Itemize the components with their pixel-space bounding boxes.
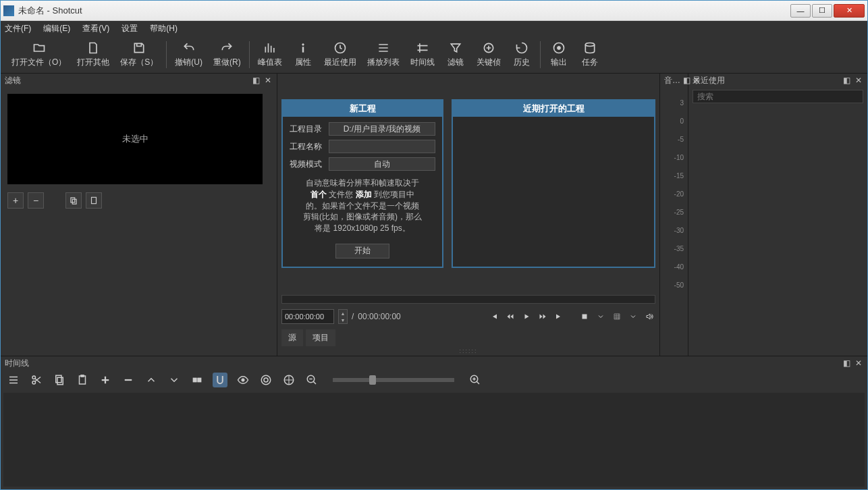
paste-filter-button[interactable] bbox=[86, 192, 102, 209]
play-button[interactable] bbox=[520, 310, 533, 323]
keyframes-button[interactable]: 关键侦 bbox=[471, 39, 506, 70]
ripple-all-button[interactable] bbox=[281, 373, 296, 387]
svg-rect-9 bbox=[582, 315, 587, 319]
window-title: 未命名 - Shotcut bbox=[18, 5, 789, 17]
add-filter-button[interactable]: + bbox=[7, 192, 24, 209]
open-file-button[interactable]: 打开文件（O） bbox=[6, 39, 72, 70]
chevron-down-icon[interactable] bbox=[595, 310, 607, 323]
scrub-button[interactable] bbox=[236, 373, 250, 387]
overwrite-button[interactable] bbox=[167, 373, 182, 387]
document-icon bbox=[86, 40, 101, 55]
menu-file[interactable]: 文件(F) bbox=[5, 23, 31, 34]
remove-button[interactable] bbox=[121, 373, 136, 387]
project-name-label: 工程名称 bbox=[290, 141, 329, 153]
filter-preview: 未选中 bbox=[7, 94, 263, 184]
copy-filter-button[interactable] bbox=[65, 192, 82, 209]
playlist-button[interactable]: 播放列表 bbox=[362, 39, 405, 70]
current-timecode[interactable]: 00:00:00:00 bbox=[281, 309, 334, 324]
video-mode-field[interactable]: 自动 bbox=[329, 157, 435, 171]
recent-panel-title: 最近使用 bbox=[693, 75, 839, 86]
redo-button[interactable]: 重做(R) bbox=[208, 39, 246, 70]
volume-button[interactable] bbox=[643, 310, 655, 323]
close-panel-icon[interactable]: ✕ bbox=[263, 76, 273, 85]
history-button[interactable]: 历史 bbox=[506, 39, 537, 70]
chevron-down-icon-2[interactable] bbox=[627, 310, 639, 323]
paste-button[interactable] bbox=[75, 373, 90, 387]
timeline-toolbar bbox=[1, 370, 867, 390]
filters-panel-title: 滤镜 bbox=[5, 75, 248, 86]
open-other-button[interactable]: 打开其他 bbox=[72, 39, 115, 70]
lift-button[interactable] bbox=[144, 373, 159, 387]
svg-rect-17 bbox=[198, 378, 201, 382]
recent-projects-card: 近期打开的工程 bbox=[452, 99, 655, 268]
rewind-button[interactable] bbox=[504, 310, 516, 323]
app-window: 未命名 - Shotcut — ☐ ✕ 文件(F) 编辑(E) 查看(V) 设置… bbox=[0, 0, 868, 490]
timeline-tracks[interactable] bbox=[3, 393, 865, 487]
export-button[interactable]: 输出 bbox=[543, 39, 574, 70]
timecode-spinner[interactable]: ▲▼ bbox=[338, 309, 348, 324]
append-button[interactable] bbox=[98, 373, 113, 387]
skip-start-button[interactable] bbox=[488, 310, 500, 323]
svg-rect-8 bbox=[92, 197, 97, 203]
menu-settings[interactable]: 设置 bbox=[121, 23, 138, 34]
undock-icon[interactable]: ◧ bbox=[683, 76, 690, 85]
filters-button[interactable]: 滤镜 bbox=[440, 39, 471, 70]
menu-help[interactable]: 帮助(H) bbox=[150, 23, 178, 34]
minimize-button[interactable]: — bbox=[790, 4, 811, 18]
clock-icon bbox=[333, 40, 348, 55]
zoom-fit-button[interactable] bbox=[578, 310, 591, 323]
peak-meter-button[interactable]: 峰值表 bbox=[252, 39, 288, 70]
filter-empty-label: 未选中 bbox=[122, 133, 148, 145]
info-icon bbox=[296, 40, 310, 55]
undo-button[interactable]: 撤销(U) bbox=[169, 39, 208, 70]
tab-source[interactable]: 源 bbox=[281, 329, 303, 346]
remove-filter-button[interactable]: − bbox=[28, 192, 44, 209]
project-dir-label: 工程目录 bbox=[290, 124, 329, 135]
grid-button[interactable] bbox=[611, 310, 623, 323]
skip-end-button[interactable] bbox=[553, 310, 565, 323]
svg-rect-13 bbox=[57, 377, 63, 385]
close-panel-icon[interactable]: ✕ bbox=[854, 358, 863, 368]
list-icon bbox=[376, 40, 391, 55]
undock-icon[interactable]: ◧ bbox=[842, 76, 851, 85]
recent-search-input[interactable] bbox=[693, 90, 863, 103]
svg-point-5 bbox=[585, 43, 594, 47]
undock-icon[interactable]: ◧ bbox=[842, 358, 851, 368]
save-icon bbox=[132, 40, 146, 55]
properties-button[interactable]: 属性 bbox=[288, 39, 319, 70]
timeline-button[interactable]: 时间线 bbox=[405, 39, 440, 70]
menu-view[interactable]: 查看(V) bbox=[82, 23, 109, 34]
tab-project[interactable]: 项目 bbox=[306, 329, 335, 346]
snap-button[interactable] bbox=[213, 373, 227, 387]
cut-button[interactable] bbox=[29, 373, 44, 387]
recent-button[interactable]: 最近使用 bbox=[319, 39, 362, 70]
maximize-button[interactable]: ☐ bbox=[812, 4, 832, 18]
project-name-field[interactable] bbox=[329, 140, 435, 153]
drag-handle[interactable]: :::::: bbox=[281, 346, 655, 356]
start-button[interactable]: 开始 bbox=[335, 244, 389, 258]
timeline-menu-button[interactable] bbox=[6, 373, 21, 387]
ripple-button[interactable] bbox=[259, 373, 273, 387]
new-project-header: 新工程 bbox=[283, 101, 442, 117]
save-button[interactable]: 保存（S） bbox=[115, 39, 163, 70]
copy-button[interactable] bbox=[52, 373, 67, 387]
jobs-button[interactable]: 任务 bbox=[574, 39, 605, 70]
svg-rect-16 bbox=[193, 378, 196, 382]
project-dir-field[interactable]: D:/用户目录/我的视频 bbox=[329, 122, 435, 136]
close-panel-icon[interactable]: ✕ bbox=[693, 76, 700, 85]
main-toolbar: 打开文件（O） 打开其他 保存（S） 撤销(U) 重做(R) 峰值表 属性 最近… bbox=[1, 36, 867, 74]
svg-point-19 bbox=[261, 375, 271, 385]
redo-icon bbox=[219, 40, 234, 55]
zoom-slider[interactable] bbox=[333, 378, 454, 382]
seek-bar[interactable] bbox=[281, 295, 655, 304]
bars-icon bbox=[263, 40, 277, 55]
close-panel-icon[interactable]: ✕ bbox=[854, 76, 863, 85]
menu-edit[interactable]: 编辑(E) bbox=[43, 23, 70, 34]
split-button[interactable] bbox=[190, 373, 205, 387]
zoom-out-button[interactable] bbox=[304, 373, 319, 387]
undo-icon bbox=[182, 40, 196, 55]
forward-button[interactable] bbox=[537, 310, 549, 323]
undock-icon[interactable]: ◧ bbox=[251, 76, 261, 85]
close-button[interactable]: ✕ bbox=[834, 4, 865, 18]
zoom-in-button[interactable] bbox=[468, 373, 483, 387]
